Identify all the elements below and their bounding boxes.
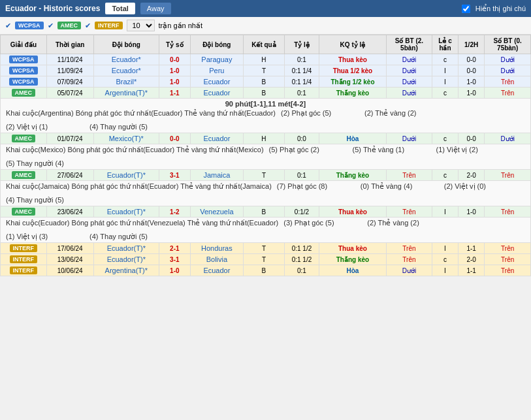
filter-interf-label[interactable]: INTERF bbox=[95, 22, 123, 29]
row-team2[interactable]: Ecuador bbox=[190, 133, 243, 144]
row-odds: 0:1 1/4 bbox=[284, 65, 319, 76]
row-date: 23/06/24 bbox=[46, 206, 93, 218]
row-team1[interactable]: Brazil* bbox=[93, 76, 159, 88]
detail-event: (4) Thay người (5) bbox=[89, 233, 168, 241]
row-kq: Thua 1/2 kèo bbox=[319, 65, 387, 76]
row-team2[interactable]: Jamaica bbox=[190, 170, 243, 181]
detail-event: (1) Việt vị (3) bbox=[6, 233, 84, 241]
row-half: 1-0 bbox=[458, 206, 485, 218]
row-league: AMEC bbox=[1, 206, 47, 218]
row-team2[interactable]: Peru bbox=[190, 65, 243, 76]
detail-cell: Khai cuộc(Jamaica) Bóng phát góc thứ nhấ… bbox=[1, 181, 531, 206]
row-team2[interactable]: Venezuela bbox=[190, 206, 243, 218]
detail-row: 90 phút[1-1],11 mét[4-2]Khai cuộc(Argent… bbox=[1, 99, 531, 133]
row-kq: Thắng kèo bbox=[319, 88, 387, 99]
detail-cell: 90 phút[1-1],11 mét[4-2]Khai cuộc(Argent… bbox=[1, 99, 531, 133]
detail-cell: Khai cuộc(Mexico) Bóng phát góc thứ nhất… bbox=[1, 144, 531, 170]
row-date: 07/09/24 bbox=[46, 76, 93, 88]
detail-event: (4) Thay người (5) bbox=[89, 123, 168, 131]
row-team1[interactable]: Argentina(T)* bbox=[93, 265, 159, 276]
row-half: 1-0 bbox=[458, 76, 485, 88]
row-date: 11/09/24 bbox=[46, 65, 93, 76]
row-bt075: Dưới bbox=[485, 54, 531, 65]
table-header-row: Giải đấu Thời gian Đội bóng Tỷ số Đội bó… bbox=[1, 35, 531, 54]
row-team1[interactable]: Mexico(T)* bbox=[93, 133, 159, 144]
filter-amec-label[interactable]: AMEC bbox=[57, 22, 82, 29]
detail-event: (1) Việt vị (2) bbox=[436, 146, 515, 154]
row-team2[interactable]: Bolivia bbox=[190, 254, 243, 265]
count-select[interactable]: 10 20 30 bbox=[127, 20, 155, 31]
table-row: INTERF 13/06/24 Ecuador(T)* 3-1 Bolivia … bbox=[1, 254, 531, 265]
detail-event: (2) Việt vị (0) bbox=[444, 182, 523, 191]
row-team2[interactable]: Ecuador bbox=[190, 265, 243, 276]
row-bt075: Trên bbox=[485, 88, 531, 99]
table-row: AMEC 01/07/24 Mexico(T)* 0-0 Ecuador H 0… bbox=[1, 133, 531, 144]
detail-event: (5) Thẻ vàng (1) bbox=[353, 146, 431, 154]
detail-event: Khai cuộc(Mexico) Bóng phát góc thứ nhất… bbox=[6, 146, 264, 154]
main-container: Ecuador - Historic scores Total Away Hiể… bbox=[0, 0, 531, 276]
detail-event: (5) Thay người (4) bbox=[6, 159, 84, 168]
row-score: 1-2 bbox=[159, 206, 190, 218]
row-score: 1-0 bbox=[159, 265, 190, 276]
row-team1[interactable]: Ecuador(T)* bbox=[93, 254, 159, 265]
table-row: AMEC 23/06/24 Ecuador(T)* 1-2 Venezuela … bbox=[1, 206, 531, 218]
row-lechan: c bbox=[432, 54, 459, 65]
row-lechan: c bbox=[432, 170, 459, 181]
row-lechan: I bbox=[432, 65, 459, 76]
detail-event: (7) Phạt góc (8) bbox=[277, 182, 355, 191]
row-bt075: Trên bbox=[485, 243, 531, 254]
row-team2[interactable]: Ecuador bbox=[190, 88, 243, 99]
col-bt075: Số BT (0.75bàn) bbox=[485, 35, 531, 54]
row-odds: 0:1/2 bbox=[284, 206, 319, 218]
row-half: 1-1 bbox=[458, 265, 485, 276]
row-date: 13/06/24 bbox=[46, 254, 93, 265]
row-team1[interactable]: Ecuador* bbox=[93, 54, 159, 65]
row-half: 1-0 bbox=[458, 88, 485, 99]
row-bt25: Trên bbox=[386, 206, 432, 218]
row-team1[interactable]: Ecuador(T)* bbox=[93, 243, 159, 254]
row-lechan: I bbox=[432, 206, 459, 218]
legend-checkbox[interactable] bbox=[462, 5, 470, 13]
row-result: T bbox=[244, 243, 285, 254]
row-result: B bbox=[244, 88, 285, 99]
row-kq: Thua kèo bbox=[319, 243, 387, 254]
detail-event: (5) Phạt góc (2) bbox=[269, 146, 347, 154]
row-bt25: Trên bbox=[386, 243, 432, 254]
row-bt075: Trên bbox=[485, 265, 531, 276]
row-team1[interactable]: Ecuador(T)* bbox=[93, 170, 159, 181]
table-row: INTERF 17/06/24 Ecuador(T)* 2-1 Honduras… bbox=[1, 243, 531, 254]
row-score: 3-1 bbox=[159, 170, 190, 181]
row-team2[interactable]: Honduras bbox=[190, 243, 243, 254]
table-row: AMEC 27/06/24 Ecuador(T)* 3-1 Jamaica T … bbox=[1, 170, 531, 181]
row-team2[interactable]: Paraguay bbox=[190, 54, 243, 65]
row-kq: Thắng kèo bbox=[319, 170, 387, 181]
row-team1[interactable]: Argentina(T)* bbox=[93, 88, 159, 99]
row-bt075: Trên bbox=[485, 170, 531, 181]
row-score: 0-0 bbox=[159, 54, 190, 65]
filter-row: ✔ WCPSA ✔ AMEC ✔ INTERF 10 20 30 trận gầ… bbox=[0, 17, 531, 35]
row-bt25: Trên bbox=[386, 170, 432, 181]
detail-event: (4) Thay người (5) bbox=[6, 196, 84, 204]
table-row: WCPSA 07/09/24 Brazil* 1-0 Ecuador B 0:1… bbox=[1, 76, 531, 88]
row-bt25: Dưới bbox=[386, 265, 432, 276]
row-league: INTERF bbox=[1, 265, 47, 276]
row-league: AMEC bbox=[1, 88, 47, 99]
row-kq: Thua kèo bbox=[319, 54, 387, 65]
row-team2[interactable]: Ecuador bbox=[190, 76, 243, 88]
col-kq: KQ tỷ lệ bbox=[319, 35, 387, 54]
row-team1[interactable]: Ecuador* bbox=[93, 65, 159, 76]
col-team2: Đội bóng bbox=[190, 35, 243, 54]
filter-wcpsa-label[interactable]: WCPSA bbox=[15, 22, 44, 29]
row-result: B bbox=[244, 206, 285, 218]
row-lechan: I bbox=[432, 76, 459, 88]
col-date: Thời gian bbox=[46, 35, 93, 54]
tab-total[interactable]: Total bbox=[105, 3, 135, 14]
row-score: 1-0 bbox=[159, 65, 190, 76]
row-kq: Hòa bbox=[319, 133, 387, 144]
detail-event: Khai cuộc(Ecuador) Bóng phát góc thứ nhấ… bbox=[6, 219, 278, 227]
row-result: B bbox=[244, 76, 285, 88]
row-odds: 0:1 1/4 bbox=[284, 76, 319, 88]
row-team1[interactable]: Ecuador(T)* bbox=[93, 206, 159, 218]
tab-away[interactable]: Away bbox=[140, 3, 171, 14]
detail-event: (2) Phạt góc (5) bbox=[281, 109, 359, 118]
